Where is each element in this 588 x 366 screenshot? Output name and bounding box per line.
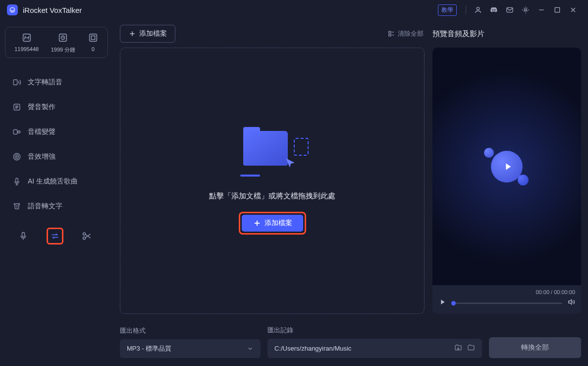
play-button[interactable] [438,298,446,308]
nav-label: 音效增強 [28,152,55,161]
stat-files: 0 [88,32,99,54]
add-file-button-main[interactable]: 添加檔案 [242,215,303,232]
svg-rect-15 [13,130,17,134]
svg-point-18 [15,155,19,159]
svg-rect-13 [13,80,17,85]
svg-rect-22 [22,233,25,237]
sidebar-item-voice-change[interactable]: 音檔變聲 [5,122,108,142]
record-icon[interactable] [15,228,32,244]
rap-icon [12,177,22,186]
user-icon[interactable] [473,5,483,15]
nav-label: 音檔變聲 [28,127,55,136]
export-format-label: 匯出格式 [120,326,261,335]
cut-icon[interactable] [78,228,95,244]
preview-title: 預覽音頻及影片 [432,29,581,39]
maximize-icon[interactable] [552,5,562,15]
svg-rect-28 [389,34,391,36]
settings-icon[interactable] [521,5,531,15]
chevron-down-icon [247,345,254,352]
svg-point-24 [83,237,86,240]
svg-rect-21 [15,204,19,209]
svg-point-16 [18,131,20,133]
chars-icon [14,32,39,43]
tts-icon [12,78,22,87]
preview-video [432,48,581,285]
titlebar: iRocket VoxTalker 教學 [0,0,588,20]
sidebar: 11995448 1999 分鐘 0 文字轉語音 聲音製作 音檔變聲 音效增 [0,20,113,366]
change-dir-icon[interactable] [454,344,462,353]
mail-icon[interactable] [505,5,515,15]
minutes-icon [51,32,76,43]
sidebar-item-tts[interactable]: 文字轉語音 [5,72,108,93]
svg-rect-11 [89,34,97,42]
nav-label: AI 生成饒舌歌曲 [28,177,78,186]
open-dir-icon[interactable] [467,344,475,353]
play-orb [491,151,523,183]
svg-point-19 [16,156,17,157]
convert-all-button[interactable]: 轉換全部 [489,337,581,358]
svg-rect-12 [91,36,95,39]
svg-rect-27 [389,31,391,33]
svg-point-0 [10,7,14,12]
preview-time: 00:00 / 00:00:00 [438,289,575,295]
sidebar-item-stt[interactable]: 語音轉文字 [5,196,108,217]
voice-change-icon [12,127,22,136]
sidebar-item-rap[interactable]: AI 生成饒舌歌曲 [5,171,108,192]
nav-label: 文字轉語音 [28,78,62,87]
drop-hint: 點擊「添加文檔」或將文檔拖拽到此處 [209,191,335,201]
volume-icon[interactable] [567,298,575,308]
stat-chars: 11995448 [14,32,39,54]
export-format-dropdown[interactable]: MP3 - 標準品質 [120,339,261,358]
export-dir-label: 匯出記錄 [267,326,482,335]
convert-icon[interactable] [47,228,63,244]
enhance-icon [12,152,22,161]
svg-point-1 [477,7,479,10]
sidebar-bottom-icons [5,221,108,251]
minimize-icon[interactable] [536,5,546,15]
preview-panel: 00:00 / 00:00:00 [432,48,581,314]
stt-icon [12,202,22,211]
stat-minutes: 1999 分鐘 [51,32,76,54]
close-icon[interactable] [568,5,578,15]
export-dir-value: C:/Users/zhangyiran/Music [274,345,351,352]
main: 添加檔案 清除全部 預覽音頻及影片 點擊「添加文檔」或將文檔拖拽到此處 [113,20,588,366]
clear-all-button[interactable]: 清除全部 [387,29,424,38]
app-name: iRocket VoxTalker [23,6,82,14]
export-dir-box: C:/Users/zhangyiran/Music [267,339,482,358]
svg-point-23 [83,233,86,235]
files-icon [88,32,99,43]
discord-icon[interactable] [489,5,499,15]
sidebar-item-enhance[interactable]: 音效增強 [5,146,108,167]
voice-create-icon [12,103,22,112]
stats-panel: 11995448 1999 分鐘 0 [5,27,108,58]
svg-point-3 [525,9,527,11]
tutorial-button[interactable]: 教學 [438,4,457,16]
svg-point-17 [13,153,20,160]
folder-illustration [240,127,305,177]
seek-track[interactable] [451,303,562,304]
dropzone[interactable]: 點擊「添加文檔」或將文檔拖拽到此處 添加檔案 [120,48,425,314]
nav-label: 語音轉文字 [28,202,62,211]
svg-rect-5 [555,7,559,12]
app-logo [7,4,18,15]
svg-rect-20 [16,178,18,182]
sidebar-item-voice-create[interactable]: 聲音製作 [5,97,108,118]
nav-label: 聲音製作 [28,103,55,112]
add-file-button-top[interactable]: 添加檔案 [120,25,175,43]
